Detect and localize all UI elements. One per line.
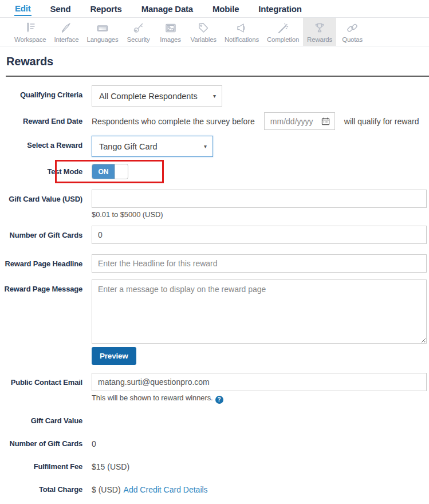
- gift-card-value-hint: $0.01 to $5000 (USD): [92, 210, 427, 219]
- toolbar-item-label: Rewards: [307, 36, 332, 43]
- toolbar-item-label: Variables: [191, 36, 217, 43]
- variables-icon: [196, 21, 211, 35]
- reward-page-headline-label: Reward Page Headline: [0, 254, 92, 274]
- fulfilment-fee-value: $15 (USD): [92, 461, 129, 472]
- rewards-form: Qualifying Criteria All Complete Respond…: [0, 77, 429, 504]
- public-contact-email-input[interactable]: [92, 373, 427, 391]
- security-icon: [131, 21, 146, 35]
- toolbar-item-completion[interactable]: Completion: [263, 18, 303, 46]
- notifications-icon: [234, 21, 249, 35]
- workspace-icon: [23, 21, 38, 35]
- nav-item-send[interactable]: Send: [50, 2, 72, 15]
- toolbar-item-notifications[interactable]: Notifications: [221, 18, 263, 46]
- settings-toolbar: Workspace Interface Languages Security I…: [0, 18, 429, 46]
- reward-page-message-label: Reward Page Message: [0, 279, 92, 299]
- reward-page-message-textarea[interactable]: [92, 279, 427, 344]
- completion-icon: [275, 21, 290, 35]
- toggle-on-label: ON: [92, 164, 115, 179]
- reward-page-headline-input[interactable]: [92, 254, 427, 273]
- calendar-icon[interactable]: [321, 117, 330, 125]
- toolbar-item-images[interactable]: Images: [155, 18, 187, 46]
- total-charge-label: Total Charge: [0, 484, 92, 495]
- toolbar-item-label: Workspace: [14, 36, 46, 43]
- toolbar-item-label: Completion: [267, 36, 299, 43]
- images-icon: [163, 21, 178, 35]
- select-reward-value: Tango Gift Card: [99, 142, 158, 151]
- reward-end-date-input[interactable]: mm/dd/yyyy: [264, 112, 335, 130]
- gift-card-value-label: Gift Card Value (USD): [0, 190, 92, 209]
- toolbar-item-label: Security: [127, 36, 150, 43]
- toolbar-item-label: Notifications: [225, 36, 259, 43]
- toolbar-item-languages[interactable]: Languages: [82, 18, 122, 46]
- test-mode-label: Test Mode: [0, 166, 92, 178]
- toolbar-item-variables[interactable]: Variables: [187, 18, 221, 46]
- toolbar-item-label: Languages: [86, 36, 118, 43]
- toolbar-item-workspace[interactable]: Workspace: [10, 18, 50, 46]
- summary-number-of-gift-cards: 0: [92, 438, 96, 450]
- rewards-icon: [312, 21, 327, 35]
- nav-item-mobile[interactable]: Mobile: [212, 2, 239, 15]
- toolbar-item-label: Quotas: [342, 36, 363, 43]
- top-navigation: Edit Send Reports Manage Data Mobile Int…: [0, 0, 429, 18]
- public-contact-email-label: Public Contact Email: [0, 373, 92, 392]
- help-icon[interactable]: ?: [215, 396, 223, 404]
- preview-button[interactable]: Preview: [92, 347, 136, 365]
- reward-end-date-label: Reward End Date: [0, 116, 92, 127]
- test-mode-toggle[interactable]: ON: [92, 164, 128, 179]
- page-title: Rewards: [0, 46, 429, 76]
- nav-item-integration[interactable]: Integration: [258, 2, 302, 15]
- toolbar-item-label: Interface: [54, 36, 79, 43]
- toolbar-item-security[interactable]: Security: [123, 18, 155, 46]
- interface-icon: [59, 21, 74, 35]
- public-contact-email-hint: This will be shown to reward winners.: [92, 393, 213, 402]
- number-of-gift-cards-input[interactable]: [92, 226, 427, 244]
- toolbar-item-quotas[interactable]: Quotas: [336, 18, 368, 46]
- select-reward-label: Select a Reward: [0, 136, 92, 155]
- select-reward-select[interactable]: Tango Gift Card ▾: [92, 136, 213, 157]
- reward-end-date-suffix: will qualify for reward: [344, 117, 419, 126]
- total-charge-value: $ (USD): [92, 484, 121, 495]
- chevron-down-icon: ▾: [204, 143, 207, 149]
- qualifying-criteria-value: All Complete Respondents: [99, 92, 198, 101]
- toggle-knob: [115, 164, 128, 179]
- toolbar-item-label: Images: [160, 36, 181, 43]
- toolbar-item-rewards[interactable]: Rewards: [303, 18, 336, 46]
- qualifying-criteria-label: Qualifying Criteria: [0, 85, 92, 105]
- languages-icon: [95, 21, 110, 35]
- number-of-gift-cards-label: Number of Gift Cards: [0, 226, 92, 245]
- reward-end-date-prefix: Respondents who complete the survey befo…: [92, 117, 255, 126]
- date-placeholder: mm/dd/yyyy: [270, 117, 313, 126]
- nav-item-edit[interactable]: Edit: [14, 1, 32, 16]
- gift-card-value-input[interactable]: [92, 190, 427, 208]
- toolbar-item-interface[interactable]: Interface: [50, 18, 83, 46]
- nav-item-manage-data[interactable]: Manage Data: [141, 2, 194, 15]
- nav-item-reports[interactable]: Reports: [89, 2, 122, 15]
- summary-number-of-gift-cards-label: Number of Gift Cards: [0, 438, 92, 450]
- qualifying-criteria-select[interactable]: All Complete Respondents ▾: [92, 85, 222, 107]
- quotas-icon: [345, 21, 360, 35]
- summary-gift-card-value-label: Gift Card Value: [0, 415, 92, 427]
- chevron-down-icon: ▾: [213, 93, 216, 99]
- fulfilment-fee-label: Fulfilment Fee: [0, 461, 92, 472]
- add-credit-card-details-link[interactable]: Add Credit Card Details: [124, 485, 208, 494]
